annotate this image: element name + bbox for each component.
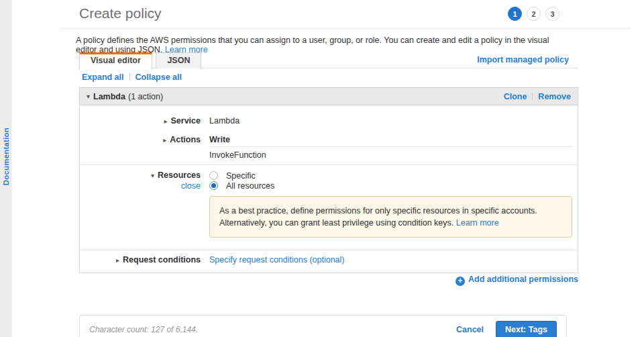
action-item: InvokeFunction	[209, 150, 572, 160]
resources-value: Specific All resources As a best practic…	[209, 171, 578, 238]
tab-json[interactable]: JSON	[156, 52, 201, 68]
resource-option-all-resources[interactable]: All resources	[209, 181, 572, 191]
request-conditions-toggle[interactable]: ▸Request conditions	[80, 255, 201, 264]
actions-section-toggle[interactable]: ▸Actions	[80, 135, 201, 160]
policy-description: A policy defines the AWS permissions tha…	[76, 36, 559, 54]
permission-action-count: (1 action)	[128, 92, 163, 101]
add-permissions-row: +Add additional permissions	[79, 274, 578, 286]
character-count: Character count: 127 of 6,144.	[89, 325, 456, 334]
section-divider	[80, 164, 578, 165]
remove-link[interactable]: Remove	[538, 92, 571, 101]
resource-option-label: Specific	[226, 171, 256, 181]
best-practice-warning: As a best practice, define permissions f…	[209, 196, 572, 238]
warning-learn-more-link[interactable]: Learn more	[456, 218, 499, 228]
caret-down-icon: ▾	[87, 93, 90, 100]
request-conditions-row: ▸Request conditions Specify request cond…	[80, 255, 578, 273]
radio-selected[interactable]	[209, 181, 218, 190]
actions-value: Write InvokeFunction	[209, 135, 578, 160]
expand-collapse-toolbar: Expand allCollapse all	[82, 73, 182, 82]
permission-block-header[interactable]: ▾ Lambda (1 action) CloneRemove	[80, 88, 578, 105]
divider	[532, 93, 533, 100]
actions-row: ▸Actions Write InvokeFunction	[80, 135, 578, 160]
import-managed-policy-link[interactable]: Import managed policy	[477, 55, 569, 64]
service-section-toggle[interactable]: ▸Service	[80, 116, 201, 126]
resources-close-link[interactable]: close	[80, 181, 201, 191]
policy-description-text: A policy defines the AWS permissions tha…	[76, 36, 549, 54]
actions-label: Actions	[170, 135, 201, 144]
service-value: Lambda	[209, 116, 578, 126]
wizard-step-3: 3	[545, 7, 559, 21]
resource-option-specific[interactable]: Specific	[209, 171, 572, 181]
expand-all-link[interactable]: Expand all	[82, 73, 124, 82]
resources-label: Resources	[158, 171, 201, 180]
wizard-step-1: 1	[508, 7, 522, 21]
add-additional-permissions-label: Add additional permissions	[468, 275, 578, 284]
documentation-sidebar[interactable]: Documentation	[0, 0, 12, 337]
next-tags-button[interactable]: Next: Tags	[496, 321, 557, 337]
caret-right-icon: ▸	[163, 136, 166, 144]
documentation-tab-label[interactable]: Documentation	[2, 128, 10, 185]
request-conditions-label: Request conditions	[123, 255, 201, 264]
wizard-step-2: 2	[527, 7, 541, 21]
request-conditions-value: Specify request conditions (optional)	[209, 255, 578, 264]
permission-service-name: Lambda	[93, 92, 125, 101]
specify-request-conditions-link[interactable]: Specify request conditions (optional)	[209, 255, 345, 264]
tab-visual-editor[interactable]: Visual editor	[79, 52, 152, 69]
resources-section: ▾Resources close	[80, 171, 201, 238]
create-policy-page: Documentation Create policy 1 2 3 A poli…	[0, 0, 644, 337]
cancel-button[interactable]: Cancel	[456, 325, 484, 334]
editor-tabs: Visual editor JSON Import managed policy	[79, 52, 578, 68]
plus-circle-icon: +	[455, 277, 465, 286]
title-divider	[60, 28, 631, 29]
clone-link[interactable]: Clone	[504, 92, 527, 101]
section-divider	[80, 250, 578, 250]
service-row: ▸Service Lambda	[80, 116, 578, 126]
resources-section-toggle[interactable]: ▾Resources	[80, 171, 201, 180]
caret-right-icon: ▸	[164, 117, 167, 125]
add-additional-permissions-link[interactable]: +Add additional permissions	[455, 275, 578, 284]
service-label: Service	[171, 116, 201, 126]
page-title: Create policy	[79, 5, 162, 21]
caret-right-icon: ▸	[116, 256, 119, 264]
footer-action-bar: Character count: 127 of 6,144. Cancel Ne…	[79, 315, 567, 337]
divider	[129, 73, 130, 81]
wizard-steps: 1 2 3	[508, 7, 559, 21]
collapse-all-link[interactable]: Collapse all	[136, 73, 182, 82]
radio-unselected[interactable]	[209, 171, 218, 180]
resource-option-label: All resources	[226, 181, 274, 191]
resources-row: ▾Resources close Specific All resources …	[80, 171, 578, 238]
permission-block-lambda: ▾ Lambda (1 action) CloneRemove ▸Service…	[79, 87, 578, 273]
caret-down-icon: ▾	[151, 172, 154, 179]
action-group-write: Write	[209, 135, 572, 147]
